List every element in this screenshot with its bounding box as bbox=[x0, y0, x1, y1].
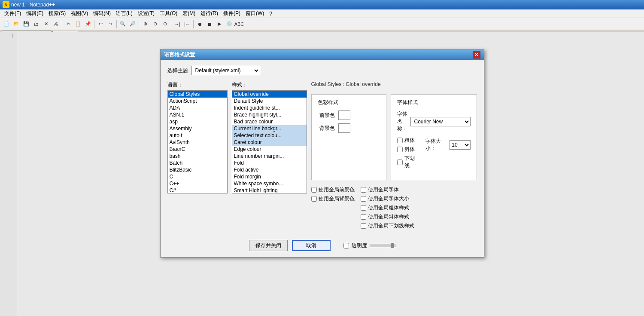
menu-run[interactable]: 运行(R) bbox=[198, 9, 221, 18]
font-size-row: 字体大小： 10 bbox=[425, 138, 470, 152]
font-name-select[interactable]: Courier New bbox=[410, 117, 471, 126]
global-col-right: 使用全局字体 使用全局字体大小 使用全局粗体样式 bbox=[361, 186, 414, 230]
underline-row: 下划线 bbox=[397, 155, 417, 169]
new-button[interactable]: 📄 bbox=[2, 19, 11, 29]
font-name-label: 字体名称： bbox=[397, 110, 408, 132]
zoom-out-button[interactable]: ⊖ bbox=[150, 19, 160, 29]
outdent-button[interactable]: |← bbox=[182, 19, 192, 29]
use-global-size-checkbox[interactable] bbox=[361, 196, 366, 202]
lang-item-avisynth[interactable]: AviSynth bbox=[168, 139, 227, 146]
lang-item-blitzbasic[interactable]: BlitzBasic bbox=[168, 166, 227, 173]
menu-encoding[interactable]: 编码(N) bbox=[91, 9, 113, 18]
style-item-fold[interactable]: Fold bbox=[232, 160, 307, 166]
dialog-footer: 保存并关闭 取消 透明度 bbox=[161, 236, 484, 257]
lang-item-baanc[interactable]: BaanC bbox=[168, 146, 227, 153]
menu-help[interactable]: ? bbox=[267, 10, 275, 18]
transparency-slider[interactable] bbox=[370, 244, 395, 247]
menu-plugins[interactable]: 插件(P) bbox=[221, 9, 243, 18]
style-item-bad-brace[interactable]: Bad brace colour bbox=[232, 118, 307, 125]
menu-file[interactable]: 文件(F) bbox=[2, 9, 24, 18]
close-button[interactable]: ✕ bbox=[41, 19, 51, 29]
transparency-checkbox[interactable] bbox=[343, 243, 349, 249]
open-button[interactable]: 📂 bbox=[12, 19, 21, 29]
lang-item-c[interactable]: C bbox=[168, 173, 227, 180]
lang-item-global-styles[interactable]: Global Styles bbox=[168, 91, 227, 98]
bold-checkbox[interactable] bbox=[397, 138, 403, 143]
global-options: 使用全局前景色 使用全局背景色 使用全局字体 bbox=[311, 186, 477, 230]
style-listbox[interactable]: Global override Default Style Indent gui… bbox=[232, 90, 307, 193]
find-button[interactable]: 🔍 bbox=[118, 19, 128, 29]
menu-language[interactable]: 语言(L) bbox=[113, 9, 135, 18]
style-item-smart-highlight[interactable]: Smart HighLighting bbox=[232, 187, 307, 193]
macro-play-button[interactable]: ▶ bbox=[215, 19, 224, 29]
lang-item-actionscript[interactable]: ActionScript bbox=[168, 98, 227, 104]
save-button[interactable]: 💾 bbox=[21, 19, 31, 29]
font-size-select[interactable]: 10 bbox=[450, 140, 470, 150]
style-item-indent[interactable]: Indent guideline st... bbox=[232, 104, 307, 111]
undo-button[interactable]: ↩ bbox=[96, 19, 105, 29]
style-item-global-override[interactable]: Global override bbox=[232, 91, 307, 98]
save-all-button[interactable]: 🗂 bbox=[31, 19, 41, 29]
underline-checkbox[interactable] bbox=[397, 160, 403, 165]
find-replace-button[interactable]: 🔎 bbox=[128, 19, 137, 29]
copy-button[interactable]: 📋 bbox=[73, 19, 83, 29]
toolbar-sep-5 bbox=[171, 20, 171, 28]
theme-select[interactable]: Default (stylers.xml) bbox=[191, 66, 260, 75]
use-global-bg-checkbox[interactable] bbox=[311, 196, 317, 202]
use-global-italic-checkbox[interactable] bbox=[361, 214, 366, 220]
zoom-restore-button[interactable]: ⊙ bbox=[160, 19, 170, 29]
lang-item-assembly[interactable]: Assembly bbox=[168, 125, 227, 132]
lang-item-cpp[interactable]: C++ bbox=[168, 180, 227, 187]
style-item-default[interactable]: Default Style bbox=[232, 98, 307, 104]
bg-color-swatch[interactable] bbox=[338, 123, 350, 133]
fg-color-swatch[interactable] bbox=[338, 110, 350, 120]
font-size-group: 字体大小： 10 bbox=[425, 138, 470, 173]
lang-item-csharp[interactable]: C# bbox=[168, 187, 227, 193]
italic-row: 斜体 bbox=[397, 146, 417, 153]
italic-checkbox[interactable] bbox=[397, 147, 403, 152]
lang-item-bash[interactable]: bash bbox=[168, 153, 227, 160]
use-global-fg-checkbox[interactable] bbox=[311, 187, 317, 193]
style-item-line-number[interactable]: Line number margin... bbox=[232, 153, 307, 160]
macro-stop-button[interactable]: ⏹ bbox=[205, 19, 214, 29]
spell-check-button[interactable]: ABC bbox=[234, 19, 244, 29]
redo-button[interactable]: ↪ bbox=[106, 19, 115, 29]
use-global-bg-row: 使用全局背景色 bbox=[311, 195, 355, 202]
cancel-button[interactable]: 取消 bbox=[292, 240, 331, 251]
menu-window[interactable]: 窗口(W) bbox=[243, 9, 267, 18]
menu-view[interactable]: 视图(V) bbox=[68, 9, 91, 18]
lang-item-asn1[interactable]: ASN.1 bbox=[168, 111, 227, 118]
lang-item-batch[interactable]: Batch bbox=[168, 160, 227, 166]
menu-search[interactable]: 搜索(S) bbox=[46, 9, 68, 18]
menu-settings[interactable]: 设置(T) bbox=[135, 9, 157, 18]
zoom-in-button[interactable]: ⊕ bbox=[140, 19, 150, 29]
lang-item-asp[interactable]: asp bbox=[168, 118, 227, 125]
use-global-bold-checkbox[interactable] bbox=[361, 205, 366, 211]
use-global-underline-checkbox[interactable] bbox=[361, 223, 366, 229]
dialog-close-button[interactable]: ✕ bbox=[473, 51, 480, 58]
style-item-caret[interactable]: Caret colour bbox=[232, 139, 307, 146]
lang-item-ada[interactable]: ADA bbox=[168, 104, 227, 111]
menu-macro[interactable]: 宏(M) bbox=[180, 9, 198, 18]
style-item-fold-margin[interactable]: Fold margin bbox=[232, 173, 307, 180]
language-listbox[interactable]: Global Styles ActionScript ADA ASN.1 asp… bbox=[167, 90, 228, 193]
menu-tools[interactable]: 工具(O) bbox=[157, 9, 180, 18]
menu-edit[interactable]: 编辑(E) bbox=[24, 9, 46, 18]
macro-record-button[interactable]: ⏺ bbox=[195, 19, 204, 29]
print-button[interactable]: 🖨 bbox=[51, 19, 61, 29]
style-item-current-line[interactable]: Current line backgr... bbox=[232, 125, 307, 132]
use-global-font-checkbox[interactable] bbox=[361, 187, 366, 193]
indent-button[interactable]: →| bbox=[173, 19, 182, 29]
style-item-edge[interactable]: Edge colour bbox=[232, 146, 307, 153]
style-item-selected-text[interactable]: Selected text colou... bbox=[232, 132, 307, 139]
lang-item-autoit[interactable]: autoIt bbox=[168, 132, 227, 139]
paste-button[interactable]: 📌 bbox=[83, 19, 93, 29]
use-global-italic-label: 使用全局斜体样式 bbox=[368, 213, 409, 221]
style-item-fold-active[interactable]: Fold active bbox=[232, 166, 307, 173]
style-item-whitespace[interactable]: White space symbo... bbox=[232, 180, 307, 187]
style-item-brace-highlight[interactable]: Brace highlight styl... bbox=[232, 111, 307, 118]
macro-save-button[interactable]: 💿 bbox=[225, 19, 234, 29]
cut-button[interactable]: ✂ bbox=[64, 19, 73, 29]
toolbar-sep-6 bbox=[193, 20, 194, 28]
save-close-button[interactable]: 保存并关闭 bbox=[249, 240, 288, 251]
